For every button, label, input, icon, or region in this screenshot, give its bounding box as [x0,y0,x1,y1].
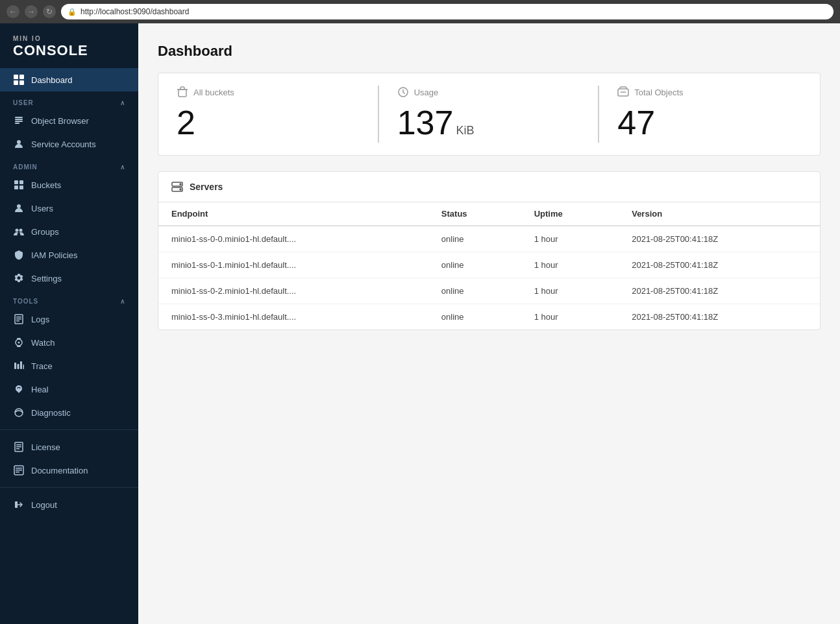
url-bar[interactable]: 🔒 http://localhost:9090/dashboard [61,4,834,19]
buckets-stat-value: 2 [177,106,361,139]
table-row: minio1-ss-0-0.minio1-hl.default....onlin… [158,226,820,252]
svg-point-13 [17,204,21,208]
sidebar-item-object-browser[interactable]: Object Browser [0,109,138,132]
sidebar-divider [0,429,138,430]
cell-version: 2021-08-25T00:41:18Z [619,252,820,278]
sidebar-divider-2 [0,487,138,488]
section-user-label: USER [13,99,34,106]
main-content: Dashboard All buckets 2 [138,23,840,624]
cell-uptime: 1 hour [521,252,619,278]
col-status: Status [428,202,521,226]
usage-stat-label: Usage [414,88,439,97]
svg-rect-2 [14,80,18,85]
logo: MIN IO CONSOLE [0,23,138,68]
license-icon [13,441,25,453]
sidebar-item-groups[interactable]: Groups [0,220,138,243]
service-accounts-label: Service Accounts [31,139,96,149]
sidebar-item-buckets[interactable]: Buckets [0,173,138,197]
col-endpoint: Endpoint [158,202,428,226]
groups-icon [13,226,25,237]
service-accounts-icon [13,138,25,150]
servers-title: Servers [190,182,223,192]
svg-point-8 [17,140,21,144]
lock-icon: 🔒 [68,8,77,16]
cell-version: 2021-08-25T00:41:18Z [619,278,820,304]
svg-rect-10 [19,180,23,184]
svg-point-15 [19,229,23,232]
usage-unit: KiB [456,124,474,137]
forward-button[interactable]: → [25,5,38,18]
svg-rect-23 [17,346,21,347]
svg-rect-0 [14,75,18,79]
sidebar-item-documentation[interactable]: Documentation [0,459,138,482]
license-label: License [31,442,60,452]
servers-header-icon [171,181,183,193]
svg-rect-18 [16,318,21,320]
sidebar-item-users[interactable]: Users [0,197,138,220]
logs-icon [13,313,25,325]
sidebar-item-settings[interactable]: Settings [0,267,138,290]
logout-label: Logout [31,500,57,510]
cell-uptime: 1 hour [521,226,619,252]
sidebar-item-watch[interactable]: Watch [0,331,138,354]
sidebar-item-dashboard[interactable]: Dashboard [0,68,138,91]
logo-console: CONSOLE [13,42,125,59]
cell-endpoint: minio1-ss-0-1.minio1-hl.default.... [158,252,428,278]
settings-icon [13,272,25,284]
section-user: USER ∧ [0,91,138,109]
usage-stat-icon [397,86,409,98]
sidebar-dashboard-label: Dashboard [31,75,73,85]
watch-label: Watch [31,338,55,348]
sidebar-item-diagnostic[interactable]: Diagnostic [0,401,138,424]
svg-rect-35 [16,470,22,471]
sidebar-item-trace[interactable]: Trace [0,354,138,378]
sidebar: MIN IO CONSOLE Dashboard USER ∧ [0,23,138,624]
heal-icon [13,383,25,395]
sidebar-item-logs[interactable]: Logs [0,307,138,331]
user-chevron: ∧ [120,99,125,106]
object-browser-label: Object Browser [31,116,89,126]
svg-rect-26 [20,361,22,369]
svg-rect-4 [15,117,23,118]
page-title: Dashboard [158,43,821,60]
cell-endpoint: minio1-ss-0-0.minio1-hl.default.... [158,226,428,252]
svg-rect-36 [16,472,19,473]
stat-header-usage: Usage [397,86,582,98]
svg-point-43 [180,189,181,190]
section-tools-label: TOOLS [13,298,38,305]
cell-version: 2021-08-25T00:41:18Z [619,226,820,252]
svg-point-21 [18,342,20,344]
logo-minio: MIN IO [13,35,125,42]
heal-label: Heal [31,385,49,394]
documentation-label: Documentation [31,466,88,475]
sidebar-item-heal[interactable]: Heal [0,378,138,401]
sidebar-item-service-accounts[interactable]: Service Accounts [0,132,138,156]
table-row: minio1-ss-0-3.minio1-hl.default....onlin… [158,304,820,330]
buckets-stat-label: All buckets [193,88,234,97]
dashboard-icon [13,74,25,86]
usage-stat-value: 137KiB [397,106,582,139]
svg-rect-7 [15,123,19,124]
objects-stat-icon [617,86,629,98]
back-button[interactable]: ← [6,5,19,18]
iam-policies-icon [13,249,25,261]
sidebar-item-license[interactable]: License [0,435,138,459]
sidebar-item-logout[interactable]: Logout [0,493,138,516]
svg-rect-9 [14,180,18,184]
svg-point-14 [16,229,19,232]
stats-row: All buckets 2 Usage 137KiB [158,73,821,156]
cell-uptime: 1 hour [521,304,619,330]
section-tools: TOOLS ∧ [0,290,138,307]
sidebar-item-iam-policies[interactable]: IAM Policies [0,243,138,267]
cell-status: online [428,304,521,330]
objects-stat-label: Total Objects [634,88,683,97]
svg-rect-22 [17,338,21,339]
svg-rect-17 [16,317,21,318]
col-version: Version [619,202,820,226]
trace-label: Trace [31,361,53,371]
refresh-button[interactable]: ↻ [43,5,56,18]
settings-label: Settings [31,274,62,283]
svg-rect-19 [16,320,19,322]
section-admin: ADMIN ∧ [0,156,138,173]
svg-rect-25 [18,364,19,369]
